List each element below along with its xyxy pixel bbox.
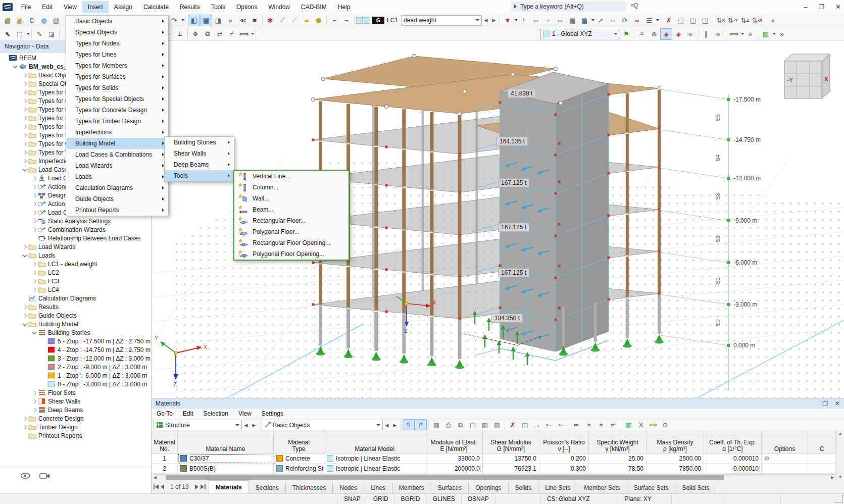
cell-material-model[interactable]: Isotropic | Linear Elastic [324, 464, 425, 474]
member-hinge-icon[interactable]: ⌐ [328, 15, 340, 26]
cell-thermal-exp[interactable]: 0.000010 [704, 464, 762, 474]
tree-expander-icon[interactable] [21, 245, 28, 248]
tree-expander-icon[interactable] [31, 203, 38, 206]
insert-menu-item-printout-reports[interactable]: Printout Reports [66, 205, 168, 216]
more-2-icon[interactable]: » [712, 28, 724, 40]
clear-selection-icon[interactable]: ◪ [45, 28, 58, 40]
column-header[interactable]: Material Name [178, 435, 274, 453]
chevron-down-icon[interactable] [475, 19, 479, 21]
tree-expander-icon[interactable] [31, 280, 38, 283]
nav-forward-button[interactable]: ▶ [250, 420, 258, 430]
cell-shear-g[interactable]: 76923.1 [483, 464, 539, 474]
tree-expander-icon[interactable] [21, 134, 28, 137]
tree-expander-icon[interactable] [31, 332, 38, 334]
renumber-icon[interactable]: ↗ [594, 15, 607, 26]
new-node-icon[interactable]: ✱ [264, 15, 276, 26]
tree-item[interactable]: Calculation Diagrams [0, 294, 151, 303]
view-minus-x-icon[interactable]: ⇅-X [751, 15, 763, 26]
tree-expander-icon[interactable] [31, 185, 38, 188]
tab-sections[interactable]: Sections [249, 482, 286, 493]
menu-edit[interactable]: Edit [36, 1, 58, 13]
filter-loads-icon[interactable]: ▼ [502, 15, 514, 26]
grid-green-icon[interactable]: ▦ [623, 419, 635, 431]
search-icon[interactable]: ≡Q [630, 2, 637, 9]
cell-material-name[interactable]: C30/37 [178, 453, 274, 464]
tree-item[interactable]: Relationship Between Load Cases [0, 234, 151, 242]
export-calc-icon[interactable]: x→ [543, 419, 555, 431]
column-header[interactable]: Options [762, 435, 808, 453]
tree-item[interactable]: Loads [0, 251, 151, 260]
tree-expander-icon[interactable] [21, 306, 28, 309]
table-row[interactable]: 2B500S(B)Reinforcing SteelIsotropic | Li… [152, 464, 836, 474]
select-arrow-icon[interactable]: ⬉ [2, 28, 14, 40]
tools-menu-item-poly-floor-opening[interactable]: Polygonal Floor Opening... [234, 248, 349, 260]
materials-menu-edit[interactable]: Edit [178, 410, 198, 417]
tree-expander-icon[interactable] [21, 417, 28, 420]
regenerate-model-icon[interactable]: ⟳ [619, 15, 631, 26]
tree-item[interactable]: 1 - Ztop : -6.000 m | ΔZ : 3.000 m [0, 371, 151, 380]
grid-c-icon[interactable]: ▦ [491, 419, 503, 431]
chevron-down-icon[interactable] [376, 424, 380, 426]
cs-assign-icon[interactable]: ⚑ [620, 28, 632, 40]
jump-back-icon[interactable]: ↰ [403, 419, 415, 431]
tools-menu-item-vertical-line[interactable]: Vertical Line... [234, 171, 349, 182]
cell-poisson[interactable]: 0.200 [539, 453, 589, 464]
printer-icon[interactable]: ⎙ [442, 419, 455, 431]
copy-tool-icon[interactable]: ⧉ [202, 28, 214, 40]
structure-navigation-combo[interactable]: Structure [154, 420, 242, 430]
chevron-down-icon[interactable] [235, 424, 239, 426]
materials-vscrollbar[interactable]: ▲ ▼ [836, 430, 844, 480]
generate-sc-icon[interactable]: >SC [236, 15, 249, 26]
tree-item[interactable]: Building Model [0, 320, 151, 328]
select-dd-icon[interactable] [27, 33, 30, 35]
cell-material-name[interactable]: B500S(B) [178, 464, 274, 474]
resize-grip-icon[interactable] [835, 495, 843, 503]
excel-export-icon[interactable]: X [635, 419, 647, 431]
member-release-icon[interactable]: ¬ [340, 15, 353, 26]
console-ssc-icon[interactable]: » [224, 15, 236, 26]
more-3-icon[interactable]: » [744, 28, 756, 40]
tree-item[interactable]: Load Wizards [0, 242, 151, 251]
chevron-down-icon[interactable] [614, 33, 618, 35]
cell-specific-weight[interactable]: 78.50 [589, 464, 647, 474]
view-z-icon[interactable]: ⇅Z [739, 15, 751, 26]
menu-help[interactable]: Help [332, 1, 356, 13]
sort-ab-icon[interactable]: ab↓ [571, 419, 583, 431]
scroll-down-icon[interactable]: ▼ [838, 475, 842, 479]
tree-expander-icon[interactable] [21, 426, 28, 429]
materials-menu-go-to[interactable]: Go To [152, 410, 178, 417]
scroll-up-icon[interactable]: ▲ [838, 431, 842, 436]
materials-menu-view[interactable]: View [233, 410, 257, 417]
tree-expander-icon[interactable] [31, 211, 38, 214]
grid-settings-icon[interactable]: ⌗ [636, 28, 648, 40]
numbering-gray-icon[interactable]: x.x [607, 15, 619, 26]
tree-expander-icon[interactable] [21, 160, 28, 163]
numbering-abacus-dd-icon[interactable] [656, 19, 659, 21]
status-toggle-osnap[interactable]: OSNAP [461, 494, 495, 504]
objects-combo[interactable]: Basic Objects [262, 420, 383, 430]
nav-back-button[interactable]: ◀ [242, 420, 250, 430]
section-line-icon[interactable]: ❙ [700, 28, 712, 40]
cell-material-type[interactable]: Reinforcing Steel [274, 464, 324, 474]
tree-item[interactable]: LC2 [0, 268, 151, 277]
more-tools-icon[interactable]: » [767, 15, 779, 26]
cell-modulus-e[interactable]: 200000.0 [425, 464, 483, 474]
insert-menu-item-types-for-special-objects[interactable]: Types for Special Objects [66, 93, 168, 105]
insert-menu-item-calculation-diagrams[interactable]: Calculation Diagrams [66, 182, 168, 193]
fx-edit-icon[interactable]: fx́ [595, 419, 607, 431]
visibility-eye-icon[interactable] [20, 472, 30, 479]
export-flow-icon[interactable]: ≡→ [555, 419, 567, 431]
cell-material-type[interactable]: Concrete [274, 453, 324, 464]
tree-expander-icon[interactable] [21, 99, 28, 103]
tree-expander-icon[interactable] [21, 125, 28, 128]
tab-surface-sets[interactable]: Surface Sets [627, 482, 676, 493]
tools-menu-item-wall[interactable]: Wall... [234, 193, 349, 204]
minimize-button[interactable]: – [804, 3, 807, 11]
insert-menu-item-types-for-nodes[interactable]: Types for Nodes [66, 38, 168, 49]
menu-view[interactable]: View [58, 1, 82, 13]
tools-menu-item-poly-floor[interactable]: Polygonal Floor... [234, 226, 349, 237]
tree-expander-icon[interactable] [31, 288, 38, 291]
pick-object-icon[interactable]: ✎ [33, 28, 45, 40]
cell-specific-weight[interactable]: 25.00 [589, 453, 647, 464]
new-member-icon[interactable]: ⟋ [288, 15, 301, 26]
